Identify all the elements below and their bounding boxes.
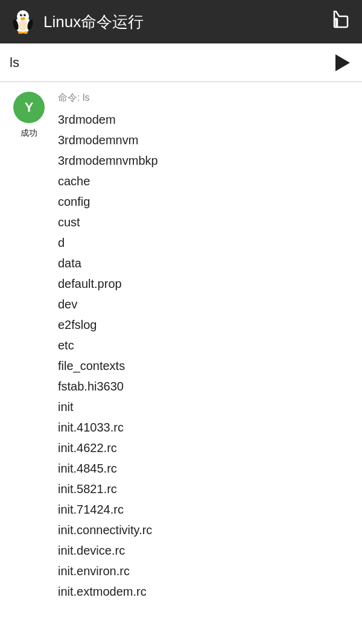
list-item: 3rdmodemnvm (58, 130, 352, 150)
list-item: init.4622.rc (58, 438, 352, 458)
list-item: dev (58, 294, 352, 314)
svg-point-10 (18, 31, 23, 34)
list-item: config (58, 191, 352, 212)
list-item: init.4845.rc (58, 458, 352, 479)
svg-point-11 (23, 31, 28, 34)
send-icon (335, 54, 350, 71)
list-item: default.prop (58, 273, 352, 294)
header-left: Linux命令运行 (10, 8, 144, 35)
svg-point-2 (21, 18, 25, 21)
input-bar (0, 43, 362, 82)
app-header: Linux命令运行 (0, 0, 362, 43)
linux-penguin-icon (10, 8, 36, 35)
result-area: Y 成功 命令: ls 3rdmodem3rdmodemnvm3rdmodemn… (0, 82, 362, 611)
command-input[interactable] (10, 55, 333, 71)
svg-point-7 (18, 20, 28, 31)
avatar: Y (13, 92, 45, 123)
list-item: init.5821.rc (58, 479, 352, 499)
list-item: init.71424.rc (58, 499, 352, 520)
success-label: 成功 (21, 128, 37, 139)
output-section: 命令: ls 3rdmodem3rdmodemnvm3rdmodemnvmbkp… (58, 92, 352, 602)
list-item: init.41033.rc (58, 417, 352, 438)
list-item: 3rdmodem (58, 109, 352, 130)
svg-point-3 (20, 14, 22, 16)
list-item: e2fslog (58, 314, 352, 335)
svg-point-6 (25, 14, 25, 15)
list-item: file_contexts (58, 355, 352, 376)
list-item: init.environ.rc (58, 561, 352, 581)
list-item: data (58, 253, 352, 273)
command-label: 命令: ls (58, 92, 352, 104)
svg-point-4 (24, 14, 26, 16)
list-item: d (58, 232, 352, 253)
svg-point-5 (21, 14, 22, 15)
list-item: init.connectivity.rc (58, 520, 352, 540)
avatar-section: Y 成功 (0, 92, 48, 602)
header-title: Linux命令运行 (43, 11, 144, 33)
list-item: etc (58, 335, 352, 355)
list-item: init.device.rc (58, 540, 352, 561)
list-item: cache (58, 171, 352, 191)
list-item: init (58, 397, 352, 417)
file-list: 3rdmodem3rdmodemnvm3rdmodemnvmbkpcacheco… (58, 109, 352, 602)
list-item: 3rdmodemnvmbkp (58, 150, 352, 171)
list-item: init.extmodem.rc (58, 581, 352, 602)
list-item: fstab.hi3630 (58, 376, 352, 397)
like-icon[interactable] (331, 9, 352, 35)
list-item: cust (58, 212, 352, 232)
send-button[interactable] (333, 52, 352, 74)
